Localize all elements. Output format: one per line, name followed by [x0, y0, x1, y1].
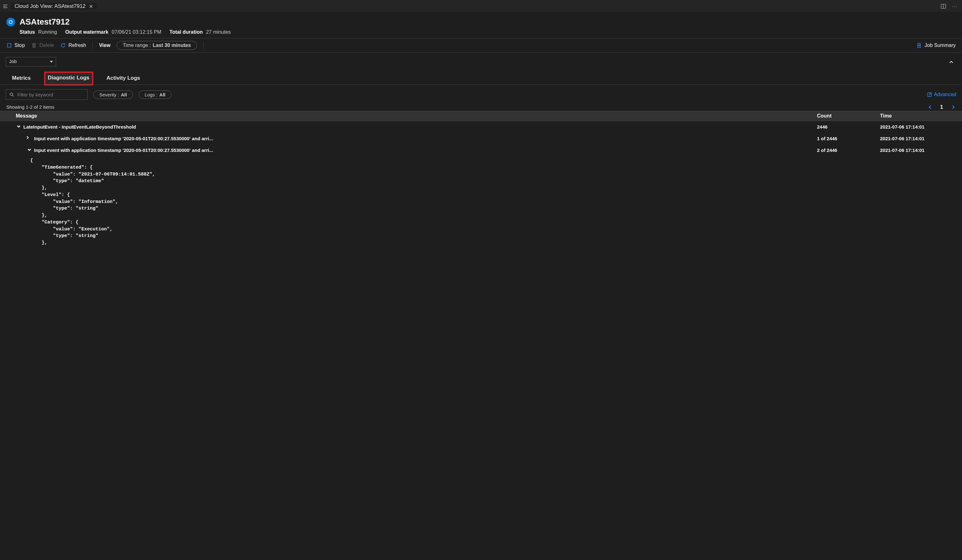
- watermark-value: 07/06/21 03:12:15 PM: [111, 29, 161, 35]
- split-editor-icon[interactable]: [941, 3, 946, 9]
- pager-next-icon[interactable]: [951, 104, 956, 110]
- expand-icon[interactable]: [26, 147, 31, 153]
- editor-tab-title: Cloud Job View: ASAtest7912: [15, 3, 86, 10]
- expand-icon[interactable]: [26, 136, 31, 141]
- pager: 1: [928, 104, 956, 110]
- log-row[interactable]: Input event with application timestamp '…: [0, 144, 962, 156]
- close-tab-icon[interactable]: ✕: [89, 3, 93, 10]
- time-cell: 2021-07-06 17:14:01: [880, 136, 956, 141]
- search-icon: [9, 92, 14, 97]
- svg-line-8: [12, 95, 14, 97]
- editor-tab[interactable]: Cloud Job View: ASAtest7912 ✕: [11, 3, 97, 10]
- job-scope-select[interactable]: Job: [6, 57, 56, 66]
- refresh-button[interactable]: Refresh: [60, 42, 86, 48]
- keyword-filter[interactable]: [6, 89, 88, 100]
- col-time: Time: [880, 113, 956, 119]
- view-tabs: Metrics Diagnostic Logs Activity Logs: [0, 66, 962, 85]
- log-table-header: Message Count Time: [0, 111, 962, 121]
- editor-tab-bar: Cloud Job View: ASAtest7912 ✕ ···: [0, 0, 962, 13]
- watermark-label: Output watermark: [65, 29, 108, 35]
- count-cell: 2446: [817, 124, 880, 129]
- job-summary-button[interactable]: Job Summary: [916, 42, 956, 48]
- time-range-selector[interactable]: Time range : Last 30 minutes: [117, 41, 197, 50]
- message-cell: Input event with application timestamp '…: [34, 136, 213, 141]
- results-count: Showing 1-2 of 2 items: [6, 104, 55, 110]
- external-link-icon: [927, 92, 932, 97]
- col-count: Count: [817, 113, 880, 119]
- status-value: Running: [38, 29, 57, 35]
- pager-page: 1: [940, 104, 943, 110]
- results-summary-row: Showing 1-2 of 2 items 1: [0, 102, 962, 111]
- keyword-filter-input[interactable]: [17, 92, 84, 97]
- pager-prev-icon[interactable]: [928, 104, 933, 110]
- job-title: ASAtest7912: [19, 17, 69, 27]
- delete-button: Delete: [31, 42, 54, 48]
- filter-row: Severity : All Logs : All Advanced: [0, 85, 962, 102]
- message-cell: Input event with application timestamp '…: [34, 147, 213, 153]
- view-button[interactable]: View: [99, 42, 110, 48]
- count-cell: 2 of 2446: [817, 147, 880, 153]
- svg-point-7: [10, 93, 13, 95]
- menu-icon[interactable]: [3, 3, 8, 9]
- log-row[interactable]: LateInputEvent - InputEventLateBeyondThr…: [0, 121, 962, 133]
- document-icon: [916, 42, 922, 48]
- refresh-icon: [60, 42, 66, 48]
- log-detail-json: { "TimeGenerated": { "value": "2021-07-0…: [0, 156, 962, 253]
- log-table: Message Count Time LateInputEvent - Inpu…: [0, 111, 962, 253]
- time-cell: 2021-07-06 17:14:01: [880, 147, 956, 153]
- message-cell: LateInputEvent - InputEventLateBeyondThr…: [23, 124, 136, 129]
- advanced-link[interactable]: Advanced: [927, 92, 956, 97]
- stop-button[interactable]: Stop: [6, 42, 25, 48]
- toolbar: Stop Delete Refresh View Time range : L: [0, 38, 962, 53]
- time-cell: 2021-07-06 17:14:01: [880, 124, 956, 129]
- logs-filter[interactable]: Logs : All: [139, 90, 171, 99]
- job-header: ASAtest7912 Status Running Output waterm…: [0, 13, 962, 38]
- count-cell: 1 of 2446: [817, 136, 880, 141]
- tab-metrics[interactable]: Metrics: [11, 73, 32, 84]
- col-message: Message: [6, 113, 817, 119]
- status-label: Status: [19, 29, 35, 35]
- expand-icon[interactable]: [16, 124, 20, 129]
- collapse-panel-icon[interactable]: [948, 58, 956, 65]
- delete-icon: [31, 42, 37, 48]
- tab-diagnostic-logs[interactable]: Diagnostic Logs: [45, 72, 93, 85]
- scope-row: Job: [0, 53, 962, 66]
- tab-activity-logs[interactable]: Activity Logs: [105, 73, 142, 84]
- severity-filter[interactable]: Severity : All: [93, 90, 133, 99]
- svg-point-5: [11, 21, 12, 21]
- duration-value: 27 minutes: [206, 29, 231, 35]
- duration-label: Total duration: [169, 29, 203, 35]
- stop-icon: [6, 42, 12, 48]
- log-row[interactable]: Input event with application timestamp '…: [0, 133, 962, 144]
- toolbar-separator: [92, 41, 93, 50]
- svg-rect-6: [7, 44, 11, 47]
- more-actions-icon[interactable]: ···: [952, 4, 957, 9]
- service-badge-icon: [6, 18, 15, 26]
